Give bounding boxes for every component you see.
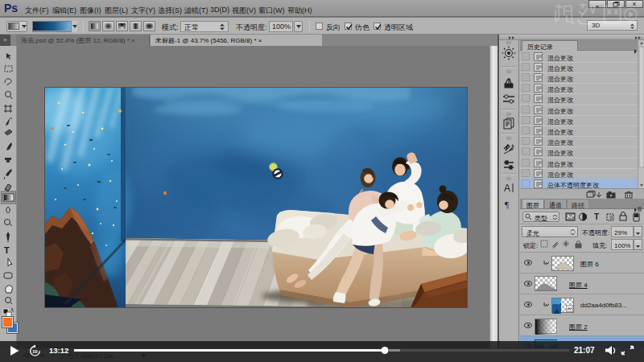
svg-text:T: T <box>4 245 10 255</box>
svg-text:¶: ¶ <box>505 200 509 209</box>
svg-text:13:12: 13:12 <box>49 346 68 355</box>
svg-text:21:07: 21:07 <box>574 346 595 355</box>
svg-text:10: 10 <box>32 349 38 354</box>
svg-text:T: T <box>594 212 599 221</box>
svg-text:A: A <box>504 183 510 194</box>
